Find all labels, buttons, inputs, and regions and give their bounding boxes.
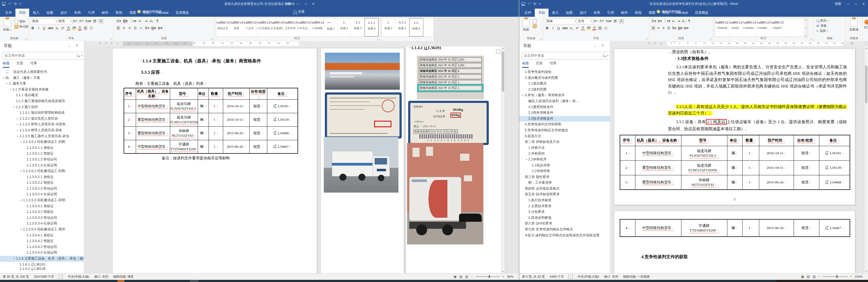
scroll-up-icon[interactable]: ▲	[865, 47, 868, 49]
nav-item[interactable]: ▾1.1.3.5 施工操作人员简历表-承包	[0, 134, 84, 139]
signin-button[interactable]: 登录	[284, 2, 291, 6]
maximize-icon[interactable]: □	[305, 2, 307, 5]
font-color-icon[interactable]: A	[592, 26, 596, 30]
nav-tab-页面[interactable]: 页面	[536, 61, 542, 68]
nav-item[interactable]: ▷1.1.3.3 管理人员简历表-马胜凯	[0, 121, 84, 128]
increase-indent-icon[interactable]: ⇥	[144, 19, 148, 23]
search-options-icon[interactable]: ▾	[607, 54, 608, 57]
track-changes-indicator[interactable]: 修订: 关闭	[604, 275, 618, 279]
format-painter-button[interactable]: 格式刷	[14, 25, 28, 29]
decrease-indent-icon[interactable]: ⇤	[672, 19, 675, 23]
char-border-icon[interactable]: A	[99, 19, 103, 23]
nav-item[interactable]: 4.其他说明事项	[519, 215, 610, 221]
phonetic-guide-icon[interactable]: 拼	[614, 19, 617, 23]
nav-item[interactable]: 1.1.3.5.1.4 社保证明	[0, 163, 84, 169]
nav-search-input[interactable]: 在文档中搜索 ▾	[522, 52, 610, 60]
style-item-↵Default[interactable]: AaBbCcDc↵Default	[715, 18, 729, 36]
nav-item[interactable]: 1.1.3.5.3.2 驾驶证	[0, 209, 84, 215]
doc-page-table[interactable]: 1.1.4 主要施工设备、机具（器具）-承包（服务）商资格条件 3.3.3 应答…	[112, 48, 317, 273]
nav-item[interactable]: 2.2谈判范围	[519, 87, 610, 93]
scrollbar-thumb[interactable]	[865, 65, 867, 103]
word-count[interactable]: 9490 个字	[550, 275, 564, 279]
language-indicator[interactable]: 中文(中国,大陆)	[578, 275, 599, 279]
align-left-icon[interactable]: ≡	[651, 26, 655, 30]
style-item-标题 3[interactable]: A 1.1标题 3	[396, 18, 409, 36]
superscript-icon[interactable]: x²	[61, 26, 65, 30]
share-button[interactable]: 共享	[294, 8, 305, 15]
first-line-indent-marker[interactable]	[673, 42, 676, 43]
style-item-↵中文正...[interactable]: AaBbCcDdE↵中文正...	[297, 18, 311, 36]
font-dialog-launcher[interactable]	[646, 38, 649, 40]
justify-icon[interactable]: ☰	[133, 26, 137, 30]
spellcheck-icon[interactable]: ✓	[568, 275, 572, 279]
nav-item[interactable]: 1.竞争性谈判须知	[519, 69, 610, 75]
collapse-icon[interactable]: ▾	[521, 93, 525, 98]
style-item-标题 4[interactable]: 1.1.标题 4	[409, 18, 423, 36]
text-effects-icon[interactable]: A	[581, 26, 585, 30]
nav-item[interactable]: 第三章 报价要求	[519, 174, 610, 180]
justify-icon[interactable]: ☰	[667, 26, 671, 30]
document-canvas[interactable]: 1.1.4 主要施工设备、机具（器具）-承包（服务）商资格条件 3.3.3 应答…	[84, 46, 519, 273]
ribbon-tab-开始[interactable]: 开始	[16, 9, 29, 17]
nav-item[interactable]: 1.评审方法	[519, 145, 610, 151]
accessibility-indicator[interactable]: 辅助功能: 一切就绪	[623, 275, 649, 279]
styles-gallery-scroll[interactable]: ▴▾⊽	[804, 18, 808, 38]
addins-button[interactable]: 加载项	[848, 18, 860, 32]
nav-item[interactable]: 1.1.3.5.2.3 劳动合同	[0, 186, 84, 192]
search-icon[interactable]	[602, 54, 605, 57]
zoom-in-icon[interactable]: +	[850, 275, 852, 279]
find-button[interactable]: 查找 ▾	[816, 19, 829, 23]
doc-page-6[interactable]: 4中型特殊结构货车宇通牌YTZ5080ZYS20F辆12015-06-26租赁辽…	[614, 211, 855, 273]
nav-item[interactable]: 6.联系方式	[519, 134, 610, 139]
nav-item[interactable]: 1.1.3.5.4.3 劳动合同	[0, 244, 84, 250]
scrollbar-thumb[interactable]	[502, 51, 504, 92]
print-layout-icon[interactable]: ▤	[459, 275, 462, 279]
nav-item[interactable]: 2.主要技术要求	[519, 203, 610, 209]
nav-item[interactable]: 3.分包要求	[519, 209, 610, 215]
char-shading-icon[interactable]: A	[598, 26, 602, 30]
nav-tab-结果[interactable]: 结果	[30, 61, 37, 68]
sort-icon[interactable]: A↓	[150, 19, 154, 23]
zoom-slider-thumb[interactable]	[836, 275, 837, 278]
style-item-正文文本[interactable]: AaBbCcD正文文本	[284, 18, 297, 36]
nav-item[interactable]: 1.执行技术标准	[519, 198, 610, 203]
collapse-icon[interactable]: ▾	[12, 256, 16, 262]
ribbon-tab-百度网盘[interactable]: 百度网盘	[172, 9, 193, 17]
nav-item[interactable]: 3.3技术资格条件	[519, 116, 610, 122]
collapse-icon[interactable]: ▾	[19, 198, 23, 203]
nav-item[interactable]: 第二章 评审标准及方法	[519, 139, 610, 145]
doc-scrollbar[interactable]: ▲ ▼	[501, 46, 505, 273]
style-item-标题 1[interactable]: 一、标题 1	[324, 18, 338, 36]
borders-icon[interactable]: ⊞▾	[684, 26, 689, 30]
subscript-icon[interactable]: x₂	[55, 26, 59, 30]
nav-item[interactable]: 1.1.3.5.3.3 劳动合同	[0, 215, 84, 221]
ribbon-tab-设计[interactable]: 设计	[57, 9, 71, 17]
collapse-icon[interactable]: ▾	[16, 134, 20, 139]
nav-item[interactable]: ▾1.1 方案及安装技术措施	[0, 87, 84, 93]
line-spacing-icon[interactable]: ⇅▾	[672, 26, 677, 30]
tell-me-search[interactable]: 操作说明搜索	[657, 7, 681, 16]
styles-dialog-launcher[interactable]	[811, 38, 813, 40]
nav-item[interactable]: 1.1.3.5.3.4 社保证明	[0, 221, 84, 226]
ribbon-tab-引用[interactable]: 引用	[84, 9, 98, 17]
ribbon-tab-审阅[interactable]: 审阅	[631, 9, 645, 17]
line-spacing-icon[interactable]: ⇅▾	[145, 26, 149, 30]
nav-item[interactable]: 2.项目概况与谈判范围	[519, 75, 610, 81]
format-painter-button[interactable]	[533, 24, 537, 28]
align-center-icon[interactable]: ≡	[122, 26, 126, 30]
paste-button[interactable]: 粘贴 ▾	[1, 18, 13, 32]
styles-dialog-launcher[interactable]	[377, 38, 380, 40]
nav-item[interactable]: 3.1通用资格条件	[519, 104, 610, 110]
font-name-combo[interactable]: 宋体▾	[545, 19, 577, 24]
nav-item[interactable]: 第四章 合同条款及格式	[519, 186, 610, 192]
nav-item[interactable]: ▾3.承包（服务）商资格条件	[519, 93, 610, 98]
expand-icon[interactable]: ▷	[16, 128, 20, 134]
language-indicator[interactable]: 中文(中国,大陆)	[68, 275, 89, 279]
style-item-↵无间隔[interactable]: AaBbCcDdE↵无间隔	[311, 18, 324, 36]
nav-item[interactable]: 1.1.3.5.2.4 社保证明	[0, 191, 84, 198]
multilevel-list-icon[interactable]: ⋮≡▾	[129, 19, 136, 23]
style-item-font31[interactable]: AaBbCcDdEefont31	[729, 18, 743, 36]
nav-tab-标题[interactable]: 标题	[3, 61, 9, 68]
multilevel-list-icon[interactable]: ⋮≡▾	[663, 19, 670, 23]
zoom-level[interactable]: 100%	[855, 275, 863, 278]
